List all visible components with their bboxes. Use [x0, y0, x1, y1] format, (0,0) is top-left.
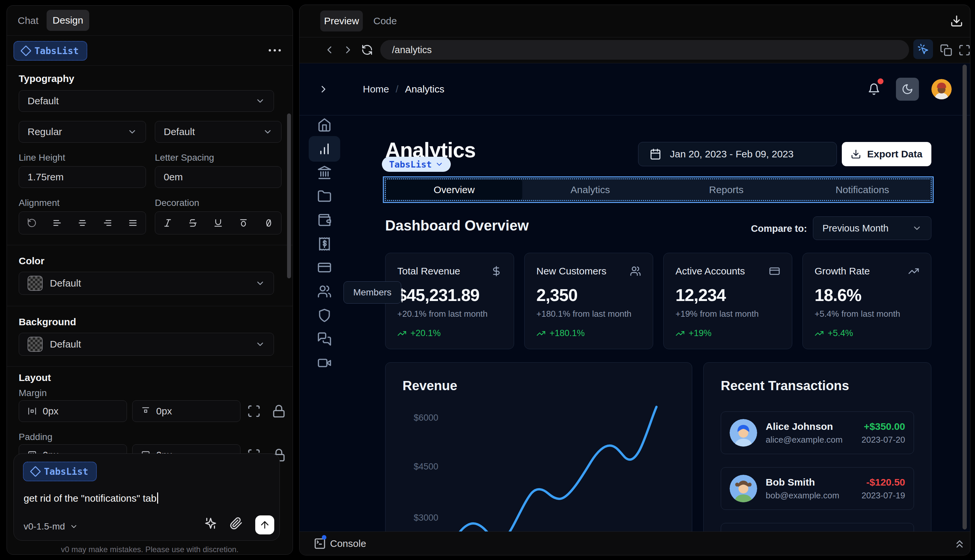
- breadcrumb-current: Analytics: [405, 83, 444, 95]
- strikethrough-icon[interactable]: [188, 218, 198, 228]
- enhance-prompt-icon[interactable]: [204, 517, 217, 530]
- credit-card-icon: [769, 265, 780, 277]
- preview-scrollbar[interactable]: [963, 65, 967, 530]
- attach-file-icon[interactable]: [230, 517, 243, 530]
- breadcrumb-home[interactable]: Home: [363, 83, 389, 95]
- members-tooltip: Members: [344, 281, 401, 303]
- rail-wallet-icon[interactable]: [317, 213, 332, 227]
- send-button[interactable]: [255, 515, 274, 535]
- background-heading: Background: [19, 317, 76, 328]
- y-tick-4500: $4500: [414, 462, 438, 472]
- trending-up-icon: [908, 265, 919, 277]
- tab-notifications[interactable]: Notifications: [794, 180, 930, 200]
- chat-composer[interactable]: TabsList get rid of the "notifications" …: [13, 453, 280, 541]
- download-project-icon[interactable]: [950, 15, 963, 28]
- color-select[interactable]: Default: [19, 272, 274, 295]
- chat-input[interactable]: get rid of the "notifications" tab: [23, 492, 158, 504]
- avatar: [730, 475, 757, 502]
- rail-bank-icon[interactable]: [317, 165, 332, 180]
- align-left-icon[interactable]: [52, 218, 62, 228]
- tab-reports[interactable]: Reports: [658, 180, 795, 200]
- stat-change: +180.1% from last month: [536, 309, 641, 319]
- sidebar-tab-bar: Chat Design: [7, 5, 293, 36]
- transaction-amount: +$350.00: [861, 421, 905, 432]
- notifications-bell-button[interactable]: [868, 83, 880, 95]
- alignment-label: Alignment: [19, 198, 60, 208]
- color-swatch: [28, 276, 43, 291]
- font-weight-select[interactable]: Regular: [19, 121, 146, 143]
- margin-lock-icon[interactable]: [272, 404, 286, 418]
- rail-messages-icon[interactable]: [317, 332, 332, 346]
- sidebar-scrollbar[interactable]: [287, 113, 291, 278]
- selected-component-badge[interactable]: TabsList: [382, 157, 451, 172]
- transaction-row[interactable]: Bob Smith bob@example.com -$120.50 2023-…: [721, 467, 914, 510]
- font-family-select[interactable]: Default: [19, 90, 274, 112]
- tab-overview[interactable]: Overview: [386, 180, 522, 200]
- rail-receipt-icon[interactable]: [317, 237, 332, 251]
- align-right-icon[interactable]: [103, 218, 112, 228]
- copy-icon[interactable]: [940, 44, 952, 57]
- tab-code[interactable]: Code: [373, 5, 397, 37]
- letter-spacing-input[interactable]: 0em: [155, 166, 282, 188]
- rail-credit-card-icon[interactable]: [317, 260, 332, 275]
- margin-expand-icon[interactable]: [247, 404, 261, 418]
- component-diamond-icon: [30, 466, 41, 477]
- stat-change: +5.4% from last month: [815, 309, 919, 319]
- more-options-button[interactable]: [269, 49, 281, 52]
- tab-design[interactable]: Design: [47, 10, 89, 31]
- rail-security-icon[interactable]: [317, 308, 332, 323]
- rail-folder-icon[interactable]: [317, 189, 332, 203]
- fullscreen-icon[interactable]: [958, 44, 970, 57]
- chevrons-up-icon[interactable]: [953, 538, 966, 550]
- tab-analytics[interactable]: Analytics: [522, 180, 658, 200]
- inspect-pointer-button[interactable]: [913, 39, 933, 59]
- component-diamond-icon: [20, 45, 32, 57]
- notification-dot: [878, 78, 883, 84]
- composer-component-chip[interactable]: TabsList: [23, 462, 97, 481]
- transaction-date: 2023-07-20: [861, 435, 905, 445]
- rail-members-icon[interactable]: [317, 284, 332, 299]
- reset-alignment-icon[interactable]: [27, 218, 37, 228]
- align-justify-icon[interactable]: [128, 218, 138, 228]
- transaction-row[interactable]: Alice Johnson alice@example.com +$350.00…: [721, 412, 914, 454]
- chevron-down-icon: [435, 160, 444, 168]
- italic-icon[interactable]: [163, 218, 172, 228]
- line-height-input[interactable]: 1.75rem: [19, 166, 146, 188]
- composer-chip-label: TabsList: [44, 466, 88, 477]
- background-swatch: [28, 337, 43, 352]
- date-range-button[interactable]: Jan 20, 2023 - Feb 09, 2023: [638, 142, 837, 166]
- rail-analytics-icon[interactable]: [317, 142, 332, 156]
- background-select[interactable]: Default: [19, 333, 274, 356]
- rail-video-icon[interactable]: [317, 356, 332, 370]
- compare-select[interactable]: Previous Month: [813, 217, 932, 240]
- theme-toggle-button[interactable]: [896, 78, 919, 101]
- console-bar[interactable]: Console: [299, 532, 970, 555]
- margin-y-input[interactable]: 0px: [132, 400, 240, 422]
- revenue-title: Revenue: [402, 378, 675, 393]
- sidebar-expand-icon[interactable]: [318, 83, 329, 95]
- y-tick-6000: $6000: [414, 413, 438, 423]
- rail-home-icon[interactable]: [317, 118, 332, 132]
- underline-icon[interactable]: [213, 218, 223, 228]
- margin-x-input[interactable]: 0px: [19, 400, 127, 422]
- font-size-select[interactable]: Default: [155, 121, 282, 143]
- user-avatar[interactable]: [932, 79, 952, 99]
- model-select[interactable]: v0-1.5-md: [23, 521, 78, 532]
- no-decoration-icon[interactable]: [264, 218, 274, 228]
- transaction-name: Alice Johnson: [766, 421, 853, 432]
- breadcrumb: Home / Analytics: [363, 63, 444, 115]
- export-data-button[interactable]: Export Data: [842, 142, 932, 166]
- align-center-icon[interactable]: [77, 218, 87, 228]
- selected-component-chip[interactable]: TabsList: [13, 41, 87, 61]
- arrow-up-icon: [259, 519, 270, 530]
- tab-preview[interactable]: Preview: [320, 10, 363, 32]
- refresh-icon[interactable]: [361, 44, 373, 56]
- chevron-down-icon: [263, 127, 273, 137]
- forward-icon[interactable]: [342, 44, 354, 56]
- overline-icon[interactable]: [239, 218, 248, 228]
- compare-to-label: Compare to:: [751, 223, 807, 234]
- tab-chat[interactable]: Chat: [18, 5, 38, 35]
- url-input[interactable]: /analytics: [380, 40, 909, 60]
- transaction-date: 2023-07-19: [861, 490, 905, 501]
- back-icon[interactable]: [324, 44, 335, 56]
